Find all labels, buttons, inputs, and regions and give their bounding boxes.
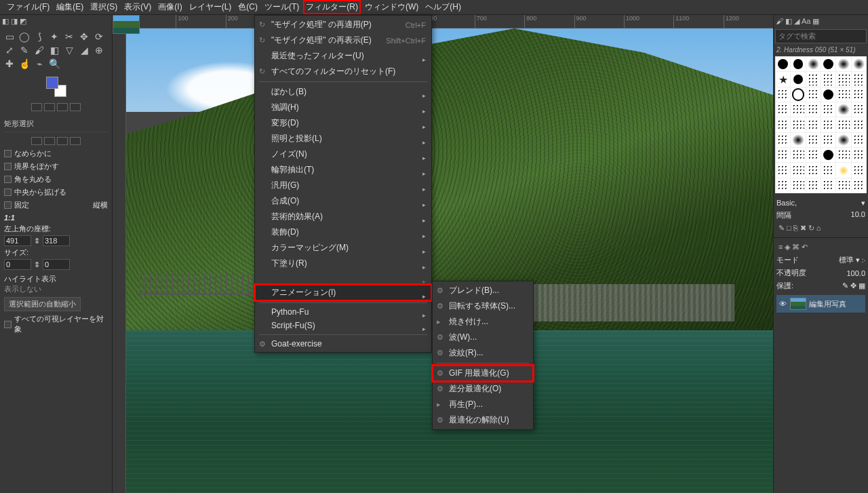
menu-item[interactable]: 汎用(G) xyxy=(255,178,431,193)
layer-name[interactable]: 編集用写真 xyxy=(809,299,846,309)
brush-preset[interactable] xyxy=(821,178,835,193)
menu-item[interactable]: 合成(O) xyxy=(255,193,431,209)
brush-preset[interactable] xyxy=(791,163,805,177)
brush-preset[interactable] xyxy=(821,102,835,117)
brush-preset[interactable] xyxy=(852,178,866,193)
menu-item[interactable]: ↻すべてのフィルターのリセット(F) xyxy=(255,64,431,79)
menubar-item[interactable]: 編集(E) xyxy=(54,0,86,14)
tool-rect-select[interactable]: ▭ xyxy=(3,31,16,43)
menubar-item[interactable]: ウィンドウ(W) xyxy=(362,0,421,14)
menubar-item[interactable]: 画像(I) xyxy=(155,0,184,14)
brush-preset[interactable] xyxy=(806,72,821,86)
autoshrink-button[interactable]: 選択範囲の自動縮小 xyxy=(4,297,81,311)
menu-item[interactable]: ⚙波(W)... xyxy=(433,330,533,345)
eye-icon[interactable]: 👁 xyxy=(778,300,787,308)
brush-preset[interactable] xyxy=(852,148,866,162)
brush-preset[interactable] xyxy=(806,178,821,193)
brush-preset[interactable] xyxy=(852,87,866,102)
menu-item[interactable]: 輪郭抽出(T) xyxy=(255,162,431,178)
brush-preset[interactable] xyxy=(776,57,790,71)
menu-item[interactable] xyxy=(255,271,431,285)
brush-preset[interactable] xyxy=(776,148,790,162)
brush-preset[interactable] xyxy=(836,148,850,162)
menu-item[interactable]: カラーマッピング(M) xyxy=(255,240,431,256)
brush-preset[interactable] xyxy=(852,133,866,147)
menu-item[interactable]: ⚙Goat-exercise xyxy=(255,337,431,351)
tool-fuzzy[interactable]: ✦ xyxy=(47,31,61,43)
tool-bucket[interactable]: ▽ xyxy=(62,44,76,56)
fg-bg-colors[interactable] xyxy=(46,77,66,97)
tag-search-input[interactable]: タグで検索 xyxy=(775,29,867,43)
tool-path[interactable]: ⌁ xyxy=(33,58,46,70)
menu-item[interactable]: ⚙ブレンド(B)... xyxy=(433,283,533,298)
tool-scale[interactable]: ⤢ xyxy=(3,44,16,56)
brush-preset[interactable] xyxy=(776,133,790,147)
tool-heal[interactable]: ✚ xyxy=(3,58,16,70)
pos-y-input[interactable] xyxy=(43,235,70,246)
brush-preset[interactable] xyxy=(806,163,821,177)
brush-preset[interactable] xyxy=(806,117,821,132)
brush-preset[interactable] xyxy=(791,72,805,86)
brush-grid[interactable] xyxy=(775,56,867,193)
brush-preset[interactable] xyxy=(836,72,850,86)
menu-item[interactable]: ⚙差分最適化(O) xyxy=(433,381,533,397)
brush-preset[interactable] xyxy=(791,57,805,71)
brush-preset[interactable] xyxy=(776,163,790,177)
menu-item[interactable]: ▸焼き付け... xyxy=(433,314,533,330)
brush-preset[interactable] xyxy=(821,163,835,177)
brush-preset[interactable] xyxy=(852,102,866,117)
brush-preset[interactable] xyxy=(852,72,866,86)
tool-eraser[interactable]: ◧ xyxy=(47,44,61,56)
menu-item[interactable]: ⚙最適化の解除(U) xyxy=(433,412,533,428)
tool-presets[interactable] xyxy=(0,101,112,113)
tool-clone[interactable]: ⊕ xyxy=(92,44,106,56)
menu-item[interactable]: ↻"モザイク処理" の再表示(E)Shift+Ctrl+F xyxy=(255,33,431,48)
menu-item[interactable]: 装飾(D) xyxy=(255,224,431,240)
brush-preset[interactable] xyxy=(852,117,866,132)
menu-item[interactable]: ⚙GIF 用最適化(G) xyxy=(433,366,533,381)
menu-item[interactable]: ぼかし(B) xyxy=(255,84,431,100)
dock-tabs-right[interactable]: 🖌◧◢Aa▦ xyxy=(774,15,868,28)
layers-tabs[interactable]: ≡◈⌘↶ xyxy=(776,241,865,254)
brush-preset[interactable] xyxy=(821,133,835,147)
brush-preset[interactable] xyxy=(821,148,835,162)
dock-tabs[interactable]: ◧◨◩ xyxy=(0,15,112,28)
size-h-input[interactable] xyxy=(43,259,70,270)
smooth-checkbox[interactable] xyxy=(4,150,12,157)
menu-item[interactable]: Python-Fu xyxy=(255,305,431,319)
brush-preset[interactable] xyxy=(806,102,821,117)
menubar-item[interactable]: 表示(V) xyxy=(121,0,154,14)
menu-item[interactable]: 強調(H) xyxy=(255,100,431,115)
brush-preset[interactable] xyxy=(791,102,805,117)
tool-rotate[interactable]: ⟳ xyxy=(92,31,106,43)
menubar-item[interactable]: ファイル(F) xyxy=(4,0,52,14)
menu-item[interactable]: ↻"モザイク処理" の再適用(P)Ctrl+F xyxy=(255,17,431,33)
menubar-item[interactable]: レイヤー(L) xyxy=(186,0,235,14)
brush-preset[interactable] xyxy=(776,87,790,102)
brush-preset[interactable] xyxy=(776,178,790,193)
layer-row[interactable]: 👁 編集用写真 xyxy=(776,295,865,313)
brush-preset[interactable] xyxy=(791,87,805,102)
brush-preset[interactable] xyxy=(776,117,790,132)
menubar-item[interactable]: フィルター(R) xyxy=(303,0,361,14)
all-layers-checkbox[interactable] xyxy=(4,321,12,328)
tool-mode-icons[interactable] xyxy=(4,135,108,147)
menu-item[interactable]: Script-Fu(S) xyxy=(255,319,431,332)
round-checkbox[interactable] xyxy=(4,176,12,183)
tool-pencil[interactable]: ✎ xyxy=(18,44,31,56)
expand-checkbox[interactable] xyxy=(4,189,12,196)
menu-item[interactable]: 照明と投影(L) xyxy=(255,131,431,146)
brush-preset[interactable] xyxy=(791,133,805,147)
brush-preset[interactable] xyxy=(821,57,835,71)
brush-preset[interactable] xyxy=(821,87,835,102)
feather-checkbox[interactable] xyxy=(4,163,12,170)
brush-preset[interactable] xyxy=(776,102,790,117)
menu-item[interactable]: ▸再生(P)... xyxy=(433,397,533,412)
tool-crop[interactable]: ✂ xyxy=(62,31,76,43)
tool-smudge[interactable]: ☝ xyxy=(18,58,31,70)
brush-preset[interactable] xyxy=(791,148,805,162)
brush-preset[interactable] xyxy=(836,178,850,193)
menu-item[interactable]: 下塗り(R) xyxy=(255,256,431,271)
brush-preset[interactable] xyxy=(836,117,850,132)
menu-item[interactable]: ⚙回転する球体(S)... xyxy=(433,298,533,314)
